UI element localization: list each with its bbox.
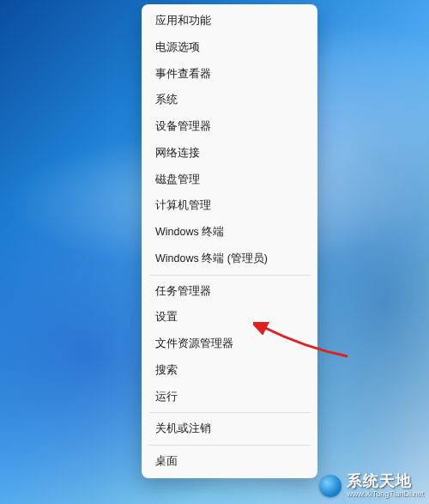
watermark: 系统天地 www.XiTongTianDi.net xyxy=(319,473,424,499)
watermark-logo-icon xyxy=(319,475,341,497)
menu-item-computer-management[interactable]: 计算机管理 xyxy=(142,192,317,219)
watermark-brand: 系统天地 xyxy=(347,473,424,490)
menu-item-desktop[interactable]: 桌面 xyxy=(142,448,317,475)
menu-item-device-manager[interactable]: 设备管理器 xyxy=(142,113,317,140)
menu-item-shutdown-signout[interactable]: 关机或注销 xyxy=(142,416,317,442)
menu-item-windows-terminal-admin[interactable]: Windows 终端 (管理员) xyxy=(142,246,317,272)
menu-item-file-explorer[interactable]: 文件资源管理器 xyxy=(142,331,317,357)
menu-item-task-manager[interactable]: 任务管理器 xyxy=(142,278,317,305)
menu-item-system[interactable]: 系统 xyxy=(142,87,317,113)
menu-item-windows-terminal[interactable]: Windows 终端 xyxy=(142,219,317,246)
menu-item-run[interactable]: 运行 xyxy=(142,384,317,410)
menu-separator xyxy=(148,275,311,276)
menu-item-network-connections[interactable]: 网络连接 xyxy=(142,140,317,167)
menu-separator xyxy=(148,445,311,446)
menu-item-power-options[interactable]: 电源选项 xyxy=(142,34,317,61)
menu-item-apps-features[interactable]: 应用和功能 xyxy=(142,8,317,34)
menu-item-search[interactable]: 搜索 xyxy=(142,357,317,384)
winx-context-menu: 应用和功能 电源选项 事件查看器 系统 设备管理器 网络连接 磁盘管理 计算机管… xyxy=(142,4,317,478)
menu-item-event-viewer[interactable]: 事件查看器 xyxy=(142,61,317,88)
menu-item-disk-management[interactable]: 磁盘管理 xyxy=(142,167,317,193)
menu-separator xyxy=(148,412,311,413)
watermark-text: 系统天地 www.XiTongTianDi.net xyxy=(347,473,424,499)
menu-item-settings[interactable]: 设置 xyxy=(142,304,317,331)
watermark-url: www.XiTongTianDi.net xyxy=(347,490,424,499)
